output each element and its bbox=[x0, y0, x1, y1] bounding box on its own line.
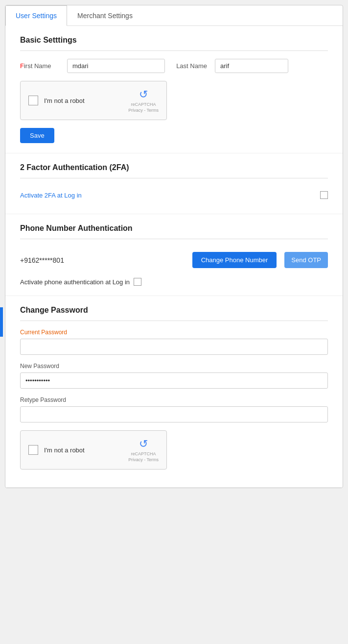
recaptcha-checkbox[interactable] bbox=[28, 96, 38, 105]
retype-password-group: Retype Password bbox=[20, 396, 328, 422]
first-name-input[interactable] bbox=[67, 59, 165, 73]
change-password-title: Change Password bbox=[20, 306, 328, 315]
phone-number-display: +9162*****801 bbox=[20, 256, 185, 264]
activate-phone-checkbox[interactable] bbox=[134, 278, 141, 286]
phone-auth-section: Phone Number Authentication +9162*****80… bbox=[5, 214, 343, 296]
new-password-label: New Password bbox=[20, 363, 328, 370]
phone-auth-title: Phone Number Authentication bbox=[20, 224, 328, 233]
activate-2fa-checkbox[interactable] bbox=[320, 191, 328, 199]
recaptcha-links-bottom: Privacy - Terms bbox=[128, 457, 159, 462]
current-password-label: Current Password bbox=[20, 329, 328, 336]
last-name-label: Last Name bbox=[173, 62, 207, 70]
recaptcha-brand-bottom: reCAPTCHA bbox=[131, 451, 156, 456]
recaptcha-icon-bottom: ↺ bbox=[139, 438, 148, 450]
first-name-label: First Name bbox=[20, 62, 59, 70]
two-fa-title: 2 Factor Authentication (2FA) bbox=[20, 163, 328, 172]
recaptcha-label-bottom: I'm not a robot bbox=[44, 446, 122, 454]
activate-2fa-label: Activate 2FA at Log in bbox=[20, 192, 82, 199]
left-accent-bar bbox=[0, 307, 3, 337]
new-password-input[interactable] bbox=[20, 372, 328, 389]
recaptcha-brand: reCAPTCHA bbox=[131, 102, 156, 107]
change-password-section: Change Password Current Password New Pas… bbox=[5, 296, 343, 488]
activate-2fa-row: Activate 2FA at Log in bbox=[20, 186, 328, 204]
activate-phone-label: Activate phone authentication at Log in bbox=[20, 278, 130, 286]
recaptcha-label: I'm not a robot bbox=[44, 97, 122, 104]
recaptcha-logo-bottom: ↺ reCAPTCHA Privacy - Terms bbox=[128, 438, 159, 462]
first-char: F bbox=[20, 62, 24, 70]
tab-user-settings[interactable]: User Settings bbox=[5, 5, 67, 26]
two-fa-divider bbox=[20, 178, 328, 178]
phone-row: +9162*****801 Change Phone Number Send O… bbox=[20, 247, 328, 273]
recaptcha-logo: ↺ reCAPTCHA Privacy - Terms bbox=[128, 88, 159, 113]
two-fa-section: 2 Factor Authentication (2FA) Activate 2… bbox=[5, 153, 343, 214]
phone-auth-divider bbox=[20, 239, 328, 239]
recaptcha-links: Privacy - Terms bbox=[128, 108, 159, 113]
retype-password-label: Retype Password bbox=[20, 396, 328, 403]
change-password-divider bbox=[20, 321, 328, 321]
page-container: User Settings Merchant Settings Basic Se… bbox=[5, 5, 343, 488]
recaptcha-widget-bottom: I'm not a robot ↺ reCAPTCHA Privacy - Te… bbox=[20, 430, 167, 470]
activate-phone-row: Activate phone authentication at Log in bbox=[20, 278, 328, 286]
tabs-bar: User Settings Merchant Settings bbox=[5, 5, 343, 26]
basic-settings-title: Basic Setttings bbox=[20, 36, 328, 45]
last-name-input[interactable] bbox=[215, 59, 288, 73]
basic-settings-section: Basic Setttings First Name Last Name I'm… bbox=[5, 26, 343, 153]
retype-password-input[interactable] bbox=[20, 406, 328, 422]
current-password-input[interactable] bbox=[20, 339, 328, 355]
current-password-group: Current Password bbox=[20, 329, 328, 355]
recaptcha-icon: ↺ bbox=[139, 88, 148, 101]
basic-settings-divider bbox=[20, 50, 328, 51]
send-otp-button[interactable]: Send OTP bbox=[284, 252, 328, 268]
recaptcha-widget: I'm not a robot ↺ reCAPTCHA Privacy - Te… bbox=[20, 81, 167, 120]
new-password-group: New Password bbox=[20, 363, 328, 389]
name-form-row: First Name Last Name bbox=[20, 59, 328, 73]
recaptcha-checkbox-bottom[interactable] bbox=[28, 445, 38, 455]
tab-merchant-settings[interactable]: Merchant Settings bbox=[67, 5, 143, 26]
change-phone-button[interactable]: Change Phone Number bbox=[192, 252, 277, 268]
save-button[interactable]: Save bbox=[20, 128, 54, 143]
